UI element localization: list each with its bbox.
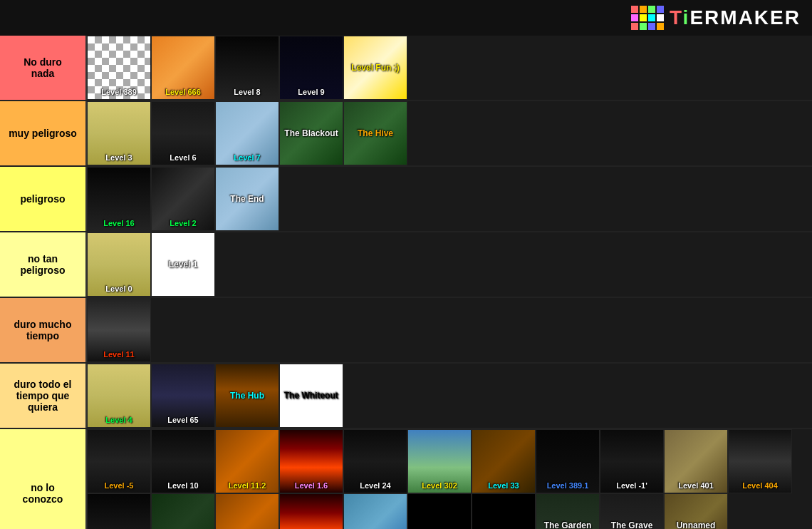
item-label-level389: Level 389 <box>88 86 150 98</box>
tier-items-tier-no-tan: Level 0Level 1 <box>85 232 812 297</box>
tiermaker-logo: TiERMAKER <box>631 6 801 30</box>
item-label-level302: Level 302 <box>408 480 471 491</box>
tier-item-level10[interactable]: Level 10 <box>151 429 215 493</box>
tier-item-levelneg5[interactable]: Level -5 <box>87 429 151 493</box>
item-label-level11_2: Level 11.2 <box>216 480 279 491</box>
logo-cell <box>648 14 655 21</box>
tier-label-tier-no-conozco: no lo conozco <box>0 429 85 529</box>
tier-item-level9_2[interactable]: Level 9.2 <box>151 493 215 529</box>
tier-row-tier-duro-todo: duro todo el tiempo que quieraLevel 4Lev… <box>0 364 812 429</box>
item-label-level16: Level 16 <box>88 217 150 229</box>
tier-item-level65[interactable]: Level 65 <box>151 364 215 428</box>
tier-item-level0[interactable]: Level 0 <box>87 232 151 297</box>
item-label-garden: The Garden <box>539 520 596 529</box>
item-label-levelneg5: Level -5 <box>88 480 150 491</box>
item-label-grave: The Grave <box>603 520 660 529</box>
tier-item-levelfun[interactable]: Level Fun ;) <box>343 36 407 100</box>
item-label-level389_1: Level 389.1 <box>536 480 599 491</box>
item-label-level10: Level 10 <box>152 480 214 491</box>
tier-item-level998[interactable]: Level 998 <box>407 493 472 529</box>
tier-item-level1_6[interactable]: Level 1.6 <box>279 429 343 493</box>
tier-item-level33[interactable]: Level 33 <box>472 429 536 493</box>
item-label-level2: Level 2 <box>152 217 214 229</box>
tier-item-level16[interactable]: Level 16 <box>87 167 151 231</box>
tier-item-level5[interactable]: Level 5 <box>215 493 279 529</box>
logo-cell <box>640 23 647 30</box>
item-label-hive: The Hive <box>347 128 404 138</box>
item-label-level6: Level 6 <box>152 152 214 163</box>
app-container: TiERMAKER No duro nadaLevel 389Level 666… <box>0 0 812 529</box>
tier-item-blackout[interactable]: The Blackout <box>279 101 343 165</box>
tier-item-whiteout[interactable]: The Whiteout <box>279 364 343 428</box>
tier-item-level8[interactable]: Level 8 <box>215 36 279 100</box>
item-label-level65: Level 65 <box>152 414 214 426</box>
tier-items-tier-duro-mucho: Level 11 <box>85 298 812 362</box>
logo-grid-icon <box>631 6 664 30</box>
tier-row-tier-no-tan: no tan peligrosoLevel 0Level 1 <box>0 232 812 298</box>
tier-row-tier-duro-mucho: duro mucho tiempoLevel 11 <box>0 298 812 364</box>
tier-item-grave[interactable]: The Grave <box>600 493 664 529</box>
logo-cell <box>657 14 664 21</box>
logo-cell <box>640 6 647 13</box>
tier-item-level24[interactable]: Level 24 <box>343 429 407 493</box>
item-label-level33: Level 33 <box>472 480 535 491</box>
item-label-level7: Level 7 <box>216 152 279 163</box>
tier-items-tier-duro-todo: Level 4Level 65The HubThe Whiteout <box>85 364 812 428</box>
tier-label-tier-duro-mucho: duro mucho tiempo <box>0 298 85 362</box>
tier-item-level389_1[interactable]: Level 389.1 <box>536 429 600 493</box>
tier-label-tier-duro-todo: duro todo el tiempo que quiera <box>0 364 85 428</box>
tier-item-levelneg1[interactable]: Level -1' <box>600 429 664 493</box>
item-label-level404: Level 404 <box>729 480 791 491</box>
tier-item-garden[interactable]: The Garden <box>536 493 600 529</box>
item-label-unnamed: Unnamed <box>667 520 724 529</box>
item-label-level3: Level 3 <box>88 152 150 163</box>
tier-item-unnamed[interactable]: Unnamed <box>664 493 728 529</box>
tier-label-tier-no-tan: no tan peligroso <box>0 232 85 297</box>
tier-item-level777[interactable]: Level 777 <box>279 493 343 529</box>
logo-cell <box>648 23 655 30</box>
logo-cell <box>657 23 664 30</box>
item-label-level1_6: Level 1.6 <box>280 480 343 491</box>
item-label-level4: Level 4 <box>88 414 150 426</box>
logo-cell <box>640 14 647 21</box>
item-label-level8: Level 8 <box>216 86 279 98</box>
tier-item-level404[interactable]: Level 404 <box>728 429 792 493</box>
tier-item-level3[interactable]: Level 3 <box>87 101 151 165</box>
tier-items-tier-peligroso: Level 16Level 2The End <box>85 167 812 231</box>
tier-item-level1[interactable]: Level 1 <box>151 232 215 297</box>
tier-item-level401[interactable]: Level 401 <box>664 429 728 493</box>
item-label-level666: Level 666 <box>152 86 214 98</box>
tier-items-tier-muy-peligroso: Level 3Level 6Level 7The BlackoutThe Hiv… <box>85 101 812 165</box>
item-label-level1: Level 1 <box>155 260 212 269</box>
tier-item-level999[interactable]: Level 999 <box>472 493 536 529</box>
tier-item-level666[interactable]: Level 666 <box>151 36 215 100</box>
tier-item-level9[interactable]: Level 9 <box>279 36 343 100</box>
tier-item-level6[interactable]: Level 6 <box>151 101 215 165</box>
tier-item-level302[interactable]: Level 302 <box>407 429 472 493</box>
tier-item-hub[interactable]: The Hub <box>215 364 279 428</box>
logo-cell <box>631 6 638 13</box>
item-label-levelneg1: Level -1' <box>600 480 663 491</box>
tier-item-level807[interactable]: Level 807 <box>343 493 407 529</box>
tier-item-level7[interactable]: Level 7 <box>215 101 279 165</box>
item-label-level401: Level 401 <box>665 480 727 491</box>
header: TiERMAKER <box>0 0 812 36</box>
item-label-level9: Level 9 <box>280 86 343 98</box>
tier-item-level11[interactable]: Level 11 <box>87 298 151 362</box>
tier-item-theend[interactable]: The End <box>215 167 279 231</box>
tier-row-tier-no-duro: No duro nadaLevel 389Level 666Level 8Lev… <box>0 36 812 101</box>
item-label-whiteout: The Whiteout <box>283 391 340 401</box>
tier-table: No duro nadaLevel 389Level 666Level 8Lev… <box>0 36 812 529</box>
tier-item-level11_2[interactable]: Level 11.2 <box>215 429 279 493</box>
tier-item-hive[interactable]: The Hive <box>343 101 407 165</box>
item-label-theend: The End <box>219 194 276 204</box>
tier-row-tier-no-conozco: no lo conozcoLevel -5Level 10Level 11.2L… <box>0 429 812 529</box>
tier-items-tier-no-duro: Level 389Level 666Level 8Level 9Level Fu… <box>85 36 812 100</box>
tier-item-level389[interactable]: Level 389 <box>87 36 151 100</box>
tier-items-tier-no-conozco: Level -5Level 10Level 11.2Level 1.6Level… <box>85 429 812 529</box>
tier-item-level2[interactable]: Level 2 <box>151 167 215 231</box>
logo-cell <box>631 23 638 30</box>
tier-item-level4[interactable]: Level 4 <box>87 364 151 428</box>
tier-label-tier-peligroso: peligroso <box>0 167 85 231</box>
tier-item-level700[interactable]: Level 700 <box>87 493 151 529</box>
